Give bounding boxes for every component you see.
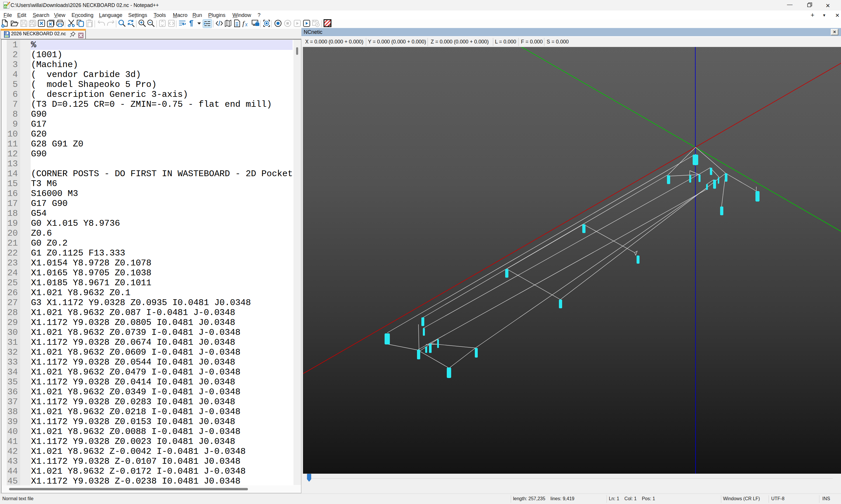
svg-text:x: x (245, 21, 247, 28)
svg-text:2: 2 (329, 24, 330, 27)
